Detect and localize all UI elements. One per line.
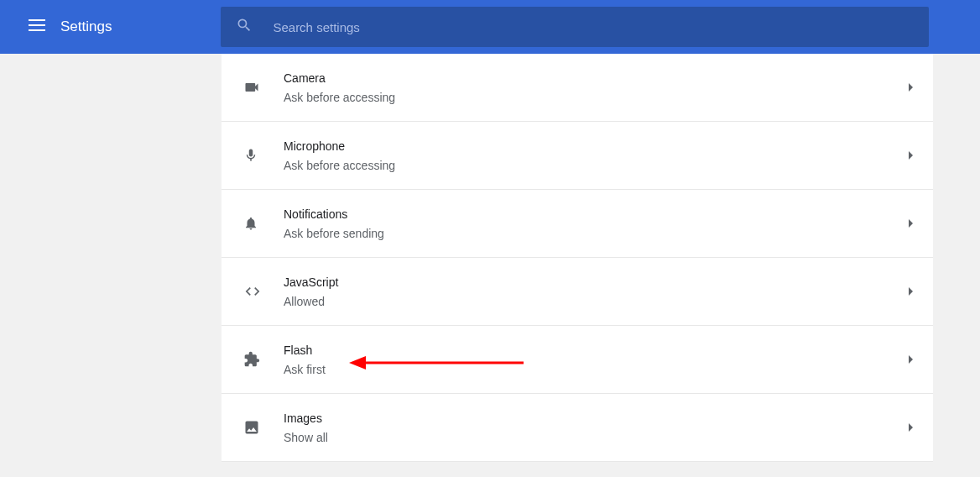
- search-box[interactable]: [221, 7, 929, 47]
- row-subtitle: Ask before accessing: [284, 91, 909, 104]
- settings-list: Camera Ask before accessing Microphone A…: [222, 54, 933, 462]
- row-title: Microphone: [284, 139, 909, 155]
- svg-rect-0: [29, 19, 45, 21]
- chevron-right-icon: [909, 423, 913, 432]
- chevron-right-icon: [909, 287, 913, 296]
- extension-icon: [243, 351, 284, 368]
- chevron-right-icon: [909, 355, 913, 364]
- svg-rect-1: [29, 24, 45, 26]
- settings-row-microphone[interactable]: Microphone Ask before accessing: [222, 122, 933, 190]
- page-title: Settings: [60, 18, 112, 35]
- microphone-icon: [243, 147, 284, 164]
- row-title: Notifications: [284, 207, 909, 223]
- camera-icon: [243, 79, 284, 96]
- settings-row-images[interactable]: Images Show all: [222, 394, 933, 462]
- chevron-right-icon: [909, 151, 913, 160]
- settings-row-javascript[interactable]: JavaScript Allowed: [222, 258, 933, 326]
- notifications-icon: [243, 215, 284, 232]
- code-icon: [243, 283, 284, 300]
- row-subtitle: Ask first: [284, 363, 909, 376]
- chevron-right-icon: [909, 83, 913, 92]
- row-subtitle: Show all: [284, 431, 909, 444]
- settings-row-camera[interactable]: Camera Ask before accessing: [222, 54, 933, 122]
- search-input[interactable]: [273, 20, 914, 34]
- row-title: JavaScript: [284, 275, 909, 291]
- menu-button[interactable]: [20, 10, 54, 44]
- hamburger-icon: [29, 19, 45, 34]
- row-title: Flash: [284, 343, 909, 359]
- settings-row-flash[interactable]: Flash Ask first: [222, 326, 933, 394]
- settings-row-notifications[interactable]: Notifications Ask before sending: [222, 190, 933, 258]
- row-subtitle: Ask before sending: [284, 227, 909, 240]
- search-icon: [236, 17, 253, 37]
- row-title: Images: [284, 411, 909, 427]
- chevron-right-icon: [909, 219, 913, 228]
- images-icon: [243, 419, 284, 436]
- app-header: Settings: [0, 0, 980, 54]
- row-title: Camera: [284, 71, 909, 87]
- row-subtitle: Allowed: [284, 295, 909, 308]
- svg-rect-2: [29, 29, 45, 31]
- row-subtitle: Ask before accessing: [284, 159, 909, 172]
